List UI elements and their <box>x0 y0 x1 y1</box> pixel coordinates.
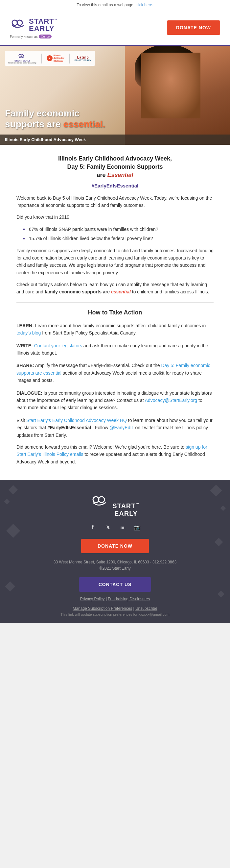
privacy-policy-link[interactable]: Privacy Policy <box>80 597 105 601</box>
learn-label: LEARN: <box>17 323 34 328</box>
hero-logo-start-early: START EARLY Champions for Early Learning <box>8 53 36 64</box>
hero-image <box>125 46 230 145</box>
svg-point-3 <box>21 55 23 57</box>
visit-paragraph: Visit Start Early's Early Childhood Advo… <box>17 417 213 439</box>
footer-manage: Manage Subscription Preferences | Unsubs… <box>10 606 220 611</box>
svg-point-5 <box>99 497 104 503</box>
facebook-icon[interactable]: f <box>88 522 98 532</box>
topbar-link[interactable]: click here. <box>135 3 153 7</box>
twitter-link[interactable]: @EarlyEdIL <box>109 425 134 430</box>
hero-start-early-icon <box>18 53 27 60</box>
paragraph-3: Check out today's actions below to learn… <box>17 281 213 296</box>
face-decoration <box>141 53 200 118</box>
footer: START™ EARLY f 𝕏 in 📷 DONATE NOW 33 West… <box>0 480 230 623</box>
action-title: How to Take Action <box>17 309 213 316</box>
did-you-know: Did you know that in 2019: <box>17 214 213 221</box>
hero-logos: START EARLY Champions for Early Learning… <box>5 51 95 66</box>
linkedin-icon[interactable]: in <box>118 522 128 532</box>
action-dialogue: DIALOGUE: Is your community group intere… <box>17 390 213 411</box>
footer-contact-wrapper: CONTACT US <box>10 577 220 597</box>
action-share: SHARE: Amplify the message that #EarlyEd… <box>17 362 213 384</box>
logo-divider-1 <box>41 54 42 63</box>
share-label: SHARE: <box>17 363 34 368</box>
forward-paragraph: Did someone forward you this email? Welc… <box>17 443 213 465</box>
write-link[interactable]: Contact your legislators <box>34 343 82 348</box>
hero-logo-latino: Latino POLICY FORUM <box>74 56 92 61</box>
action-write: WRITE: Contact your legislators and ask … <box>17 342 213 357</box>
action-children-icon: i <box>47 55 53 61</box>
subscription-note: This link will update subscription prefe… <box>10 613 220 616</box>
logo-main: START™ EARLY <box>10 17 58 33</box>
instagram-icon[interactable]: 📷 <box>132 522 142 532</box>
dialogue-link[interactable]: Advocacy@StartEarly.org <box>145 398 197 403</box>
donate-button[interactable]: DONATE NOW <box>167 21 220 35</box>
logo-text: START™ EARLY <box>29 18 58 32</box>
diamond-decoration-4 <box>221 505 226 511</box>
logo-divider-2 <box>69 54 70 63</box>
footer-privacy-links: Privacy Policy | Fundraising Disclosures <box>10 597 220 601</box>
logo-early: EARLY <box>29 25 58 32</box>
svg-point-4 <box>93 497 99 503</box>
footer-logo: START™ EARLY <box>10 493 220 517</box>
dialogue-label: DIALOGUE: <box>17 391 42 396</box>
hashtag: #EarlyEdIsEssential <box>17 183 213 188</box>
footer-address: 33 West Monroe Street, Suite 1200, Chica… <box>10 560 220 564</box>
footer-logo-text: START™ EARLY <box>112 502 139 517</box>
logo-area: START™ EARLY Formerly known as Ounce <box>10 17 58 38</box>
top-bar: To view this email as a webpage, click h… <box>0 0 230 10</box>
manage-subscription-link[interactable]: Manage Subscription Preferences <box>73 606 132 611</box>
hero-headline: Family economic supports are essential. <box>5 108 105 130</box>
footer-copyright: ©2021 Start Early <box>10 566 220 571</box>
logo-icon <box>10 17 26 33</box>
footer-donate-wrapper: DONATE NOW <box>10 539 220 560</box>
topbar-text: To view this email as a webpage, <box>77 3 134 7</box>
article-title: Illinois Early Childhood Advocacy Week, … <box>17 155 213 180</box>
main-content: Illinois Early Childhood Advocacy Week, … <box>0 145 230 480</box>
formerly-badge: Ounce <box>39 34 52 38</box>
visit-link[interactable]: Start Early's Early Childhood Advocacy W… <box>26 418 127 423</box>
logo-formerly: Formerly known as Ounce <box>10 34 58 38</box>
hero-bottom-bar: Illinois Early Childhood Advocacy Week <box>0 134 230 145</box>
hero-text-overlay: Family economic supports are essential. <box>5 108 105 130</box>
write-label: WRITE: <box>17 343 33 348</box>
fundraising-disclosures-link[interactable]: Fundraising Disclosures <box>108 597 150 601</box>
stat-item-2: 15.7% of Illinois children lived below t… <box>23 235 213 242</box>
paragraph-2: Family economic supports are deeply conn… <box>17 247 213 277</box>
footer-donate-button[interactable]: DONATE NOW <box>81 539 149 553</box>
svg-point-2 <box>19 55 21 57</box>
footer-social: f 𝕏 in 📷 <box>10 522 220 532</box>
section-divider <box>17 302 213 303</box>
hero-section: START EARLY Champions for Early Learning… <box>0 46 230 145</box>
diamond-decoration-2 <box>4 499 10 504</box>
email-wrapper: To view this email as a webpage, click h… <box>0 0 230 623</box>
action-learn: LEARN: Learn more about how family econo… <box>17 322 213 337</box>
stat-item-1: 67% of Illinois SNAP participants were i… <box>23 226 213 233</box>
learn-link[interactable]: today's blog <box>17 330 41 336</box>
hero-logo-action-children: i IllinoisAction forChildren <box>47 54 64 62</box>
contact-button[interactable]: CONTACT US <box>79 577 152 592</box>
stats-list: 67% of Illinois SNAP participants were i… <box>23 226 213 242</box>
logo-start: START™ <box>29 18 58 25</box>
twitter-icon[interactable]: 𝕏 <box>103 522 113 532</box>
unsubscribe-link[interactable]: Unsubscribe <box>135 606 157 611</box>
intro-paragraph: Welcome back to Day 5 of Illinois Early … <box>17 194 213 209</box>
header: START™ EARLY Formerly known as Ounce DON… <box>0 10 230 46</box>
footer-logo-icon <box>90 493 108 511</box>
